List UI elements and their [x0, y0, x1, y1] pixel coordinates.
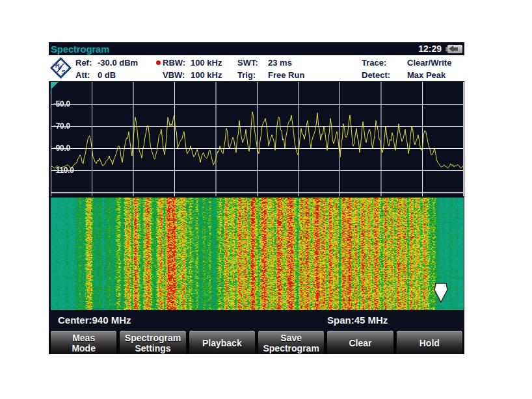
- sweep-settings: SWT:23 ms Trig:Free Run: [237, 57, 304, 81]
- softkey-meas-mode-button[interactable]: MeasMode: [51, 331, 116, 354]
- swt-label: SWT:: [237, 57, 268, 69]
- battery-charging-icon: [446, 45, 462, 53]
- spectrum-plot: -50.0-70.0-90.0-110.0: [51, 82, 464, 197]
- measurement-display: -50.0-70.0-90.0-110.0 Center:940 MHz Spa…: [49, 81, 464, 331]
- trace-corner-marker-icon: [51, 82, 59, 90]
- swt-value: 23 ms: [268, 58, 292, 68]
- ref-value: -30.0 dBm: [98, 58, 138, 68]
- softkey-bar: MeasMode SpectrogramSettings Playback Sa…: [49, 331, 464, 354]
- amplitude-settings: Ref:-30.0 dBm Att:0 dB: [75, 57, 138, 81]
- trace-value: Clear/Write: [407, 58, 451, 68]
- bandwidth-settings: RBW:100 kHz VBW:100 kHz: [163, 57, 222, 81]
- rohde-schwarz-logo: R S: [50, 57, 72, 79]
- active-setting-dot-icon: [156, 60, 161, 65]
- title-bar: Spectrogram 12:29: [49, 42, 464, 55]
- analyzer-screen: Spectrogram 12:29 R S: [49, 42, 464, 355]
- trace-label: Trace:: [362, 57, 407, 69]
- center-frequency: Center:940 MHz: [58, 311, 131, 329]
- frequency-status-bar: Center:940 MHz Span:45 MHz: [49, 311, 464, 330]
- mode-title: Spectrogram: [51, 44, 109, 55]
- ref-label: Ref:: [75, 57, 98, 69]
- softkey-hold-button[interactable]: Hold: [397, 331, 462, 354]
- vbw-value: 100 kHz: [191, 70, 222, 80]
- rbw-value: 100 kHz: [191, 58, 222, 68]
- trig-label: Trig:: [237, 69, 268, 81]
- page: Spectrogram 12:29 R S: [0, 0, 532, 399]
- softkey-clear-button[interactable]: Clear: [327, 331, 393, 354]
- trig-value: Free Run: [268, 70, 304, 80]
- titlebar-right: 12:29: [418, 44, 462, 54]
- att-value: 0 dB: [98, 70, 116, 80]
- svg-text:R: R: [55, 62, 60, 69]
- spectrogram-waterfall: [51, 198, 464, 310]
- trace-settings: Trace:Clear/Write Detect:Max Peak: [362, 57, 451, 81]
- vbw-label: VBW:: [163, 69, 191, 81]
- detect-value: Max Peak: [407, 70, 446, 80]
- svg-text:S: S: [61, 68, 66, 75]
- softkey-playback-button[interactable]: Playback: [189, 331, 255, 354]
- att-label: Att:: [75, 69, 98, 81]
- span-frequency: Span:45 MHz: [327, 311, 388, 329]
- rbw-label: RBW:: [163, 57, 191, 69]
- softkey-spectrogram-settings-button[interactable]: SpectrogramSettings: [120, 331, 185, 354]
- spectrogram-time-marker-icon[interactable]: [434, 283, 448, 303]
- spectrum-trace: [51, 82, 464, 197]
- settings-header: R S Ref:-30.0 dBm Att:0 dB RBW:100 kHz V…: [49, 55, 464, 81]
- softkey-save-spectrogram-button[interactable]: SaveSpectrogram: [258, 331, 324, 354]
- clock: 12:29: [418, 44, 442, 54]
- detect-label: Detect:: [362, 69, 407, 81]
